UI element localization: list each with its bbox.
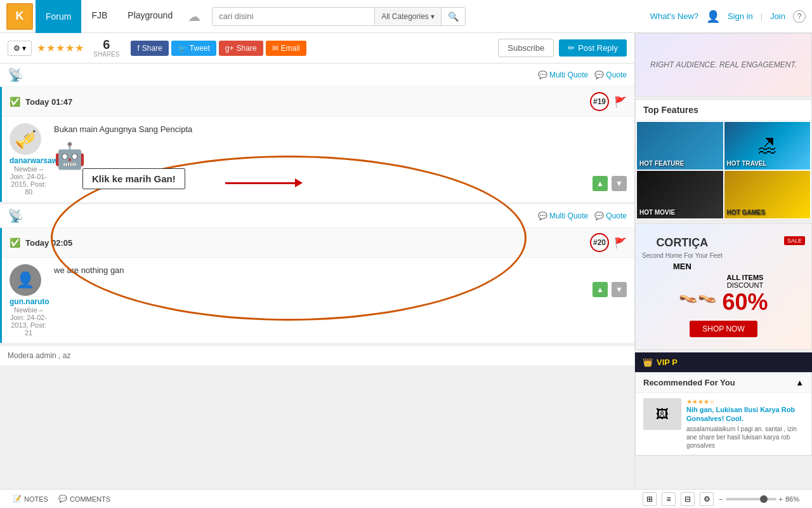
vip-icon: 👑 (643, 358, 653, 367)
collapse-icon[interactable]: ▲ (796, 378, 804, 387)
feature-movie[interactable]: HOT MOVIE (637, 171, 723, 218)
shop-now-button[interactable]: SHOP NOW (690, 321, 757, 337)
view-list-button[interactable]: ≡ (662, 492, 676, 506)
rating-stars: ★★★★★ (37, 42, 84, 54)
avatar-placeholder: 🎺 (15, 129, 37, 150)
feature-movie-label: HOT MOVIE (639, 209, 675, 216)
recommended-item-1[interactable]: 🖼 ★★★★☆ Nih gan, Lukisan Ilusi Karya Rob… (636, 393, 811, 455)
notes-button[interactable]: 📝 NOTES (13, 495, 48, 503)
multi-quote-button[interactable]: 💬 Multi Quote (538, 70, 588, 79)
wap-bar-top: 📡 💬 Multi Quote 💬 Quote (0, 64, 634, 87)
nav-playground[interactable]: Playground (117, 0, 183, 33)
multi-quote-button-2[interactable]: 💬 Multi Quote (538, 211, 588, 220)
zoom-level: 86% (785, 495, 799, 503)
post-19-actions: ▲ ▼ (54, 176, 627, 191)
ad-sale-tag: SALE (784, 236, 805, 245)
share-buttons: f Share 🐦 Tweet g+ Share ✉ Email (131, 41, 306, 56)
post-20-text: we are nothing gan (54, 264, 627, 277)
nav-fjb[interactable]: FJB (81, 0, 117, 33)
quote-button[interactable]: 💬 Quote (594, 70, 627, 79)
rec-content-1: ★★★★☆ Nih gan, Lukisan Ilusi Karya Rob G… (686, 398, 804, 450)
post-20-user-info: gun.naruto Newbie – Join: 24-02-2013, Po… (10, 297, 48, 337)
post-20-content: we are nothing gan ▲ ▼ (54, 264, 627, 337)
ad-banner-top[interactable]: RIGHT AUDIENCE. REAL ENGAGEMENT. (635, 33, 812, 97)
zoom-thumb (760, 495, 768, 503)
post-19-body: 🎺 danarwarsawa Newbie – Join: 24-01-2015… (2, 117, 634, 202)
ad-brand: CORTIÇA (642, 236, 723, 250)
top-features-section: Top Features HOT FEATURE 🏖 HOT TRAVEL HO… (635, 99, 812, 220)
share-facebook-button[interactable]: f Share (131, 41, 168, 56)
feature-hot[interactable]: HOT FEATURE (637, 122, 723, 170)
top-navigation: K Forum FJB Playground ☁ All Categories … (0, 0, 812, 33)
zoom-in-icon[interactable]: + (779, 495, 783, 503)
quote-buttons-2: 💬 Multi Quote 💬 Quote (538, 211, 627, 220)
post-19-avatar: 🎺 (10, 123, 41, 155)
vip-bar[interactable]: 👑 VIP P (635, 352, 812, 372)
post-reply-button[interactable]: ✏ Post Reply (559, 39, 627, 57)
top-features-title: Top Features (636, 100, 811, 121)
ad-discount-label: DISCOUNT (722, 281, 768, 289)
settings-view-button[interactable]: ⚙ (700, 492, 714, 506)
search-button[interactable]: 🔍 (441, 8, 465, 25)
feature-travel[interactable]: 🏖 HOT TRAVEL (724, 122, 811, 170)
view-grid-button[interactable]: ⊞ (643, 492, 657, 506)
post-20-body: 👤 gun.naruto Newbie – Join: 24-02-2013, … (2, 258, 634, 343)
subscribe-button[interactable]: Subscribe (498, 39, 554, 57)
nav-forum[interactable]: Forum (36, 0, 81, 33)
post-20-avatar-area: 👤 gun.naruto Newbie – Join: 24-02-2013, … (10, 264, 48, 337)
sidebar: RIGHT AUDIENCE. REAL ENGAGEMENT. Top Fea… (634, 33, 812, 508)
wap-icon-2: 📡 (8, 208, 23, 224)
join-link[interactable]: Join (770, 11, 785, 21)
toolbar: ⚙ ▾ ★★★★★ 6 SHARES f Share 🐦 Tweet g+ Sh… (0, 33, 634, 64)
ad-banner-cortica[interactable]: CORTIÇA Second Home For Your Feet MEN SA… (635, 223, 812, 350)
post-19-dislike-button[interactable]: ▼ (612, 176, 627, 191)
post-19-flag-icon[interactable]: 🚩 (614, 96, 627, 108)
post-20-dislike-button[interactable]: ▼ (612, 282, 627, 297)
rec-stars-1: ★★★★☆ (686, 398, 804, 405)
shares-count: 6 (103, 38, 110, 51)
logo[interactable]: K (6, 3, 33, 30)
post-20-actions: ▲ ▼ (54, 282, 627, 297)
post-20: ✅ Today 02:05 #20 🚩 👤 gun.naruto N (0, 228, 634, 343)
post-20-like-button[interactable]: ▲ (593, 282, 608, 297)
nav-right-area: What's New? 👤 Sign in | Join ? (650, 10, 806, 23)
ad-section: MEN (642, 262, 723, 271)
share-gplus-button[interactable]: g+ Share (219, 41, 263, 56)
post-20-flag-icon[interactable]: 🚩 (614, 237, 627, 249)
post-check-icon: ✅ (10, 97, 20, 107)
post-20-avatar: 👤 (10, 264, 41, 296)
gear-button[interactable]: ⚙ ▾ (8, 41, 32, 56)
recommended-header: Recommended For You ▲ (636, 373, 811, 393)
search-category-dropdown[interactable]: All Categories ▾ (374, 8, 441, 25)
comments-button[interactable]: 💬 COMMENTS (58, 495, 110, 503)
post-19-time: Today 01:47 (25, 97, 585, 107)
share-email-button[interactable]: ✉ Email (266, 41, 306, 56)
search-bar: All Categories ▾ 🔍 (212, 7, 466, 26)
sign-in-link[interactable]: Sign in (728, 11, 753, 21)
content-area: ⚙ ▾ ★★★★★ 6 SHARES f Share 🐦 Tweet g+ Sh… (0, 33, 634, 508)
zoom-control: − + 86% (719, 495, 799, 503)
search-input[interactable] (213, 8, 374, 25)
cloud-icon[interactable]: ☁ (183, 9, 206, 24)
zoom-out-icon[interactable]: − (719, 495, 723, 503)
post-19-emoji: 🤖 (54, 141, 627, 171)
ad-subtitle: Second Home For Your Feet (642, 252, 723, 259)
rec-title-1: Nih gan, Lukisan Ilusi Karya Rob Gonsalv… (686, 405, 804, 424)
post-19-like-button[interactable]: ▲ (593, 176, 608, 191)
feature-game[interactable]: HOT GAMES (724, 171, 811, 218)
view-columns-button[interactable]: ⊟ (681, 492, 695, 506)
help-icon[interactable]: ? (793, 10, 806, 23)
wap-bar-middle: 📡 💬 Multi Quote 💬 Quote (0, 204, 634, 228)
feature-game-label: HOT GAMES (727, 209, 766, 216)
user-icon: 👤 (706, 10, 720, 23)
whats-new-link[interactable]: What's New? (650, 11, 698, 21)
post-19-content: Bukan main Agungnya Sang Pencipta 🤖 ▲ ▼ (54, 123, 627, 196)
quote-button-2[interactable]: 💬 Quote (594, 211, 627, 220)
post-20-number[interactable]: #20 (590, 233, 609, 252)
shoe-emoji: 👡👡 (679, 286, 717, 304)
zoom-slider[interactable] (726, 498, 776, 500)
share-twitter-button[interactable]: 🐦 Tweet (171, 41, 216, 56)
post-19-number[interactable]: #19 (590, 92, 609, 111)
comments-icon: 💬 (58, 495, 67, 503)
post-20-header: ✅ Today 02:05 #20 🚩 (2, 228, 634, 258)
